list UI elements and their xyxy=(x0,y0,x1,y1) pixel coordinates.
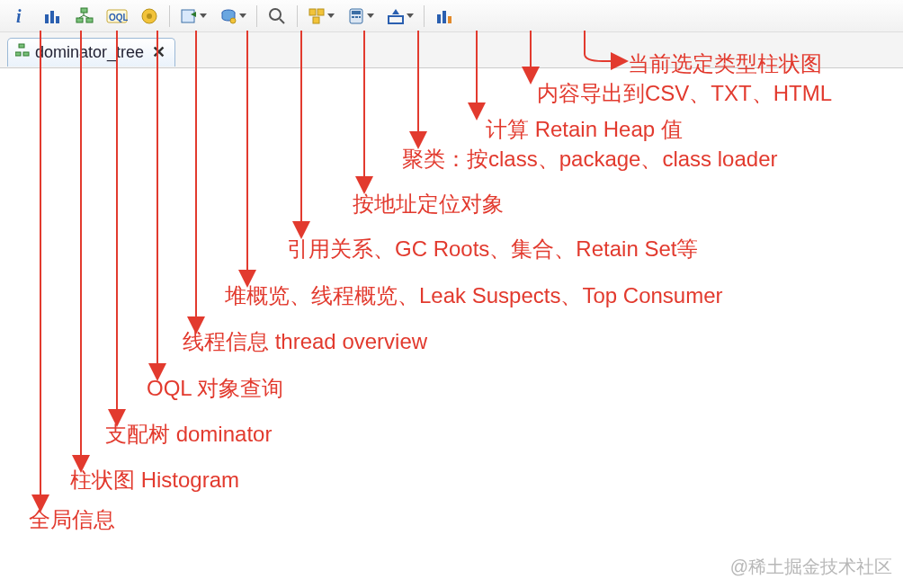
svg-rect-24 xyxy=(352,11,361,14)
tab-dominator-tree[interactable]: dominator_tree ✕ xyxy=(7,38,175,67)
svg-rect-2 xyxy=(50,11,54,23)
svg-text:OQL: OQL xyxy=(109,13,128,22)
svg-marker-29 xyxy=(392,9,399,14)
chart-selection-icon[interactable] xyxy=(431,4,458,29)
svg-rect-3 xyxy=(56,16,59,23)
dominator-tree-icon[interactable] xyxy=(71,4,98,29)
svg-rect-4 xyxy=(81,8,87,13)
svg-rect-14 xyxy=(182,10,194,22)
close-icon[interactable]: ✕ xyxy=(151,45,165,59)
tab-label: dominator_tree xyxy=(35,43,144,62)
find-object-icon[interactable] xyxy=(264,4,291,29)
svg-rect-28 xyxy=(389,16,403,23)
thread-overview-icon[interactable] xyxy=(136,4,163,29)
svg-point-18 xyxy=(270,9,281,20)
tab-bar: dominator_tree ✕ xyxy=(0,32,903,68)
svg-rect-26 xyxy=(355,16,358,18)
overview-icon[interactable]: i xyxy=(6,4,33,29)
svg-rect-5 xyxy=(76,18,83,22)
toolbar-separator xyxy=(256,5,257,27)
toolbar-separator xyxy=(297,5,298,27)
calculate-retained-icon[interactable] xyxy=(344,4,378,29)
query-browser-icon[interactable] xyxy=(216,4,250,29)
svg-rect-22 xyxy=(313,17,319,23)
svg-point-17 xyxy=(230,18,236,23)
dominator-tree-icon xyxy=(15,43,30,62)
svg-rect-6 xyxy=(86,18,93,22)
oql-icon[interactable]: OQL xyxy=(103,4,130,29)
svg-rect-1 xyxy=(45,14,49,23)
svg-rect-27 xyxy=(359,16,361,18)
svg-text:i: i xyxy=(16,7,22,25)
svg-line-19 xyxy=(280,19,284,23)
watermark: @稀土掘金技术社区 xyxy=(730,555,892,579)
histogram-icon[interactable] xyxy=(39,4,66,29)
toolbar-separator xyxy=(169,5,170,27)
svg-rect-30 xyxy=(437,14,441,23)
svg-rect-25 xyxy=(352,16,354,18)
toolbar-separator xyxy=(424,5,425,27)
svg-rect-33 xyxy=(19,44,24,48)
svg-rect-34 xyxy=(15,52,21,56)
toolbar: i OQL xyxy=(0,0,903,32)
svg-rect-31 xyxy=(443,11,446,23)
export-icon[interactable] xyxy=(383,4,417,29)
svg-point-13 xyxy=(147,13,152,19)
svg-rect-21 xyxy=(317,9,324,15)
group-by-icon[interactable] xyxy=(304,4,338,29)
content-area xyxy=(0,68,903,588)
heap-overview-icon[interactable] xyxy=(176,4,210,29)
svg-rect-32 xyxy=(448,16,452,23)
svg-rect-35 xyxy=(23,52,29,56)
svg-rect-20 xyxy=(309,9,316,15)
